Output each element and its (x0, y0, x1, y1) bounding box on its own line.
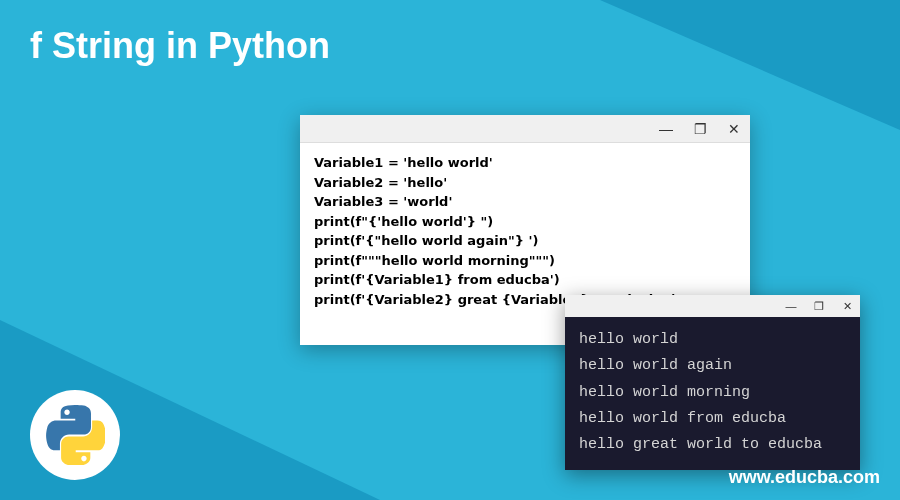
minimize-icon[interactable]: — (784, 300, 798, 312)
maximize-icon[interactable]: ❐ (812, 300, 826, 313)
terminal-line: hello world again (579, 353, 846, 379)
page-title: f String in Python (30, 25, 330, 67)
minimize-icon[interactable]: — (658, 121, 674, 137)
terminal-window: — ❐ ✕ hello world hello world again hell… (565, 295, 860, 470)
code-line: print(f"""hello world morning""") (314, 251, 736, 271)
code-line: print(f'{Variable1} from educba') (314, 270, 736, 290)
terminal-line: hello world (579, 327, 846, 353)
terminal-output: hello world hello world again hello worl… (565, 317, 860, 468)
code-content: Variable1 = 'hello world' Variable2 = 'h… (300, 143, 750, 319)
code-line: Variable1 = 'hello world' (314, 153, 736, 173)
python-logo-icon (45, 405, 105, 465)
code-line: print(f"{'hello world'} ") (314, 212, 736, 232)
terminal-line: hello world morning (579, 380, 846, 406)
terminal-line: hello world from educba (579, 406, 846, 432)
python-logo (30, 390, 120, 480)
close-icon[interactable]: ✕ (726, 121, 742, 137)
terminal-line: hello great world to educba (579, 432, 846, 458)
code-window-titlebar: — ❐ ✕ (300, 115, 750, 143)
code-line: Variable3 = 'world' (314, 192, 736, 212)
website-url: www.educba.com (729, 467, 880, 488)
terminal-titlebar: — ❐ ✕ (565, 295, 860, 317)
code-line: print(f'{"hello world again"} ') (314, 231, 736, 251)
decorative-triangle-top (600, 0, 900, 130)
maximize-icon[interactable]: ❐ (692, 121, 708, 137)
close-icon[interactable]: ✕ (840, 300, 854, 313)
code-line: Variable2 = 'hello' (314, 173, 736, 193)
